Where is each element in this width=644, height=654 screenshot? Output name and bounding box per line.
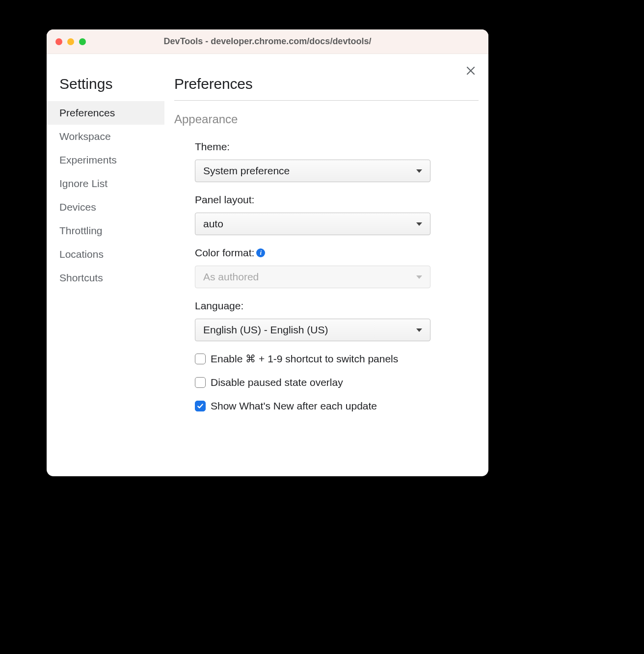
sidebar-item-label: Preferences bbox=[59, 107, 115, 118]
panel-layout-label: Panel layout: bbox=[195, 194, 479, 206]
chevron-down-icon bbox=[416, 275, 422, 279]
checkbox-icon bbox=[195, 401, 206, 411]
field-language: Language: English (US) - English (US) bbox=[174, 300, 479, 341]
sidebar-item-experiments[interactable]: Experiments bbox=[47, 148, 164, 172]
checkbox-icon bbox=[195, 354, 206, 364]
devtools-settings-window: DevTools - developer.chrome.com/docs/dev… bbox=[47, 29, 488, 476]
settings-sidebar: Settings Preferences Workspace Experimen… bbox=[47, 54, 164, 476]
page-title: Preferences bbox=[174, 76, 479, 92]
divider bbox=[174, 100, 479, 101]
window-close-dot[interactable] bbox=[55, 38, 62, 45]
checkbox-icon bbox=[195, 377, 206, 388]
sidebar-item-shortcuts[interactable]: Shortcuts bbox=[47, 266, 164, 290]
settings-main: Preferences Appearance Theme: System pre… bbox=[164, 54, 488, 476]
checkbox-label: Disable paused state overlay bbox=[211, 377, 343, 388]
close-icon[interactable] bbox=[465, 65, 477, 77]
sidebar-item-devices[interactable]: Devices bbox=[47, 195, 164, 219]
language-select-value: English (US) - English (US) bbox=[203, 324, 328, 336]
window-titlebar: DevTools - developer.chrome.com/docs/dev… bbox=[47, 29, 488, 54]
chevron-down-icon bbox=[416, 169, 422, 173]
sidebar-item-label: Ignore List bbox=[59, 178, 107, 189]
color-format-label: Color format: i bbox=[195, 247, 479, 259]
field-panel-layout: Panel layout: auto bbox=[174, 194, 479, 235]
sidebar-item-preferences[interactable]: Preferences bbox=[47, 101, 164, 125]
sidebar-item-label: Shortcuts bbox=[59, 272, 103, 283]
panel-layout-select-value: auto bbox=[203, 218, 223, 230]
sidebar-item-label: Devices bbox=[59, 201, 96, 213]
field-color-format: Color format: i As authored bbox=[174, 247, 479, 288]
checkbox-enable-shortcut[interactable]: Enable ⌘ + 1-9 shortcut to switch panels bbox=[174, 353, 479, 365]
sidebar-item-label: Workspace bbox=[59, 131, 111, 142]
color-format-select-value: As authored bbox=[203, 271, 259, 283]
window-minimize-dot[interactable] bbox=[67, 38, 74, 45]
settings-body: Settings Preferences Workspace Experimen… bbox=[47, 54, 488, 476]
window-title: DevTools - developer.chrome.com/docs/dev… bbox=[47, 36, 488, 47]
theme-select[interactable]: System preference bbox=[195, 160, 430, 182]
field-theme: Theme: System preference bbox=[174, 141, 479, 182]
color-format-select: As authored bbox=[195, 266, 430, 288]
checkbox-show-whats-new[interactable]: Show What's New after each update bbox=[174, 400, 479, 412]
sidebar-item-label: Locations bbox=[59, 248, 104, 260]
section-appearance-title: Appearance bbox=[174, 112, 479, 126]
checkbox-label: Show What's New after each update bbox=[211, 400, 377, 412]
chevron-down-icon bbox=[416, 222, 422, 226]
language-label: Language: bbox=[195, 300, 479, 312]
sidebar-item-workspace[interactable]: Workspace bbox=[47, 125, 164, 148]
sidebar-item-locations[interactable]: Locations bbox=[47, 243, 164, 266]
settings-heading: Settings bbox=[47, 76, 164, 92]
language-select[interactable]: English (US) - English (US) bbox=[195, 319, 430, 341]
info-icon[interactable]: i bbox=[256, 248, 265, 257]
sidebar-item-label: Experiments bbox=[59, 154, 117, 165]
panel-layout-select[interactable]: auto bbox=[195, 213, 430, 235]
theme-select-value: System preference bbox=[203, 165, 290, 177]
sidebar-item-ignore-list[interactable]: Ignore List bbox=[47, 172, 164, 195]
checkbox-label: Enable ⌘ + 1-9 shortcut to switch panels bbox=[211, 353, 398, 365]
sidebar-item-label: Throttling bbox=[59, 225, 103, 236]
theme-label: Theme: bbox=[195, 141, 479, 153]
chevron-down-icon bbox=[416, 328, 422, 332]
window-zoom-dot[interactable] bbox=[79, 38, 86, 45]
checkbox-disable-paused-overlay[interactable]: Disable paused state overlay bbox=[174, 377, 479, 388]
sidebar-item-throttling[interactable]: Throttling bbox=[47, 219, 164, 243]
traffic-lights bbox=[55, 38, 86, 45]
